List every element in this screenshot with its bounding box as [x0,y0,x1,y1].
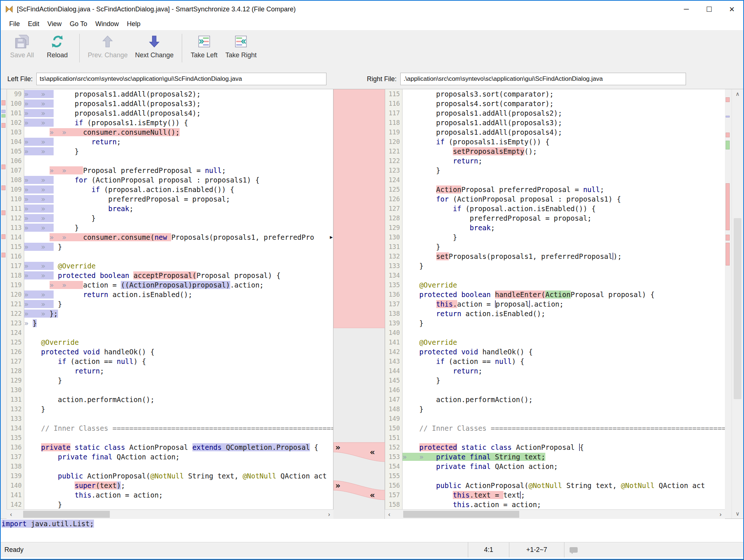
menu-item-window[interactable]: Window [91,19,123,29]
save-all-button[interactable]: Save All [4,33,40,59]
line-number: 121 [385,147,400,156]
take-right-to-left-arrow-icon[interactable]: « [370,447,375,457]
toolbar-separator [79,34,80,62]
code-line: @Override [402,337,725,347]
menu-item-file[interactable]: File [5,19,24,29]
left-horizontal-scrollbar[interactable]: ‹ › [7,509,333,519]
line-number: 155 [385,471,400,481]
line-number: 158 [385,500,400,509]
code-line: return; [402,156,725,166]
minimize-button[interactable]: ─ [675,1,698,18]
take-left-to-right-arrow-icon[interactable]: » [335,481,340,490]
line-number: 144 [385,366,400,376]
line-number: 124 [7,328,22,337]
code-line [402,385,725,395]
line-number: 123 [385,166,400,175]
code-line: protected void handleOk() { [24,347,333,357]
toolbar-button-label: Save All [10,51,34,59]
menu-item-help[interactable]: Help [123,19,144,29]
overview-change-mark [1,234,6,239]
menu-item-go-to[interactable]: Go To [66,19,91,29]
line-number: 101 [7,108,22,118]
scroll-up-icon[interactable]: ∧ [732,90,743,98]
toolbar: Save AllReloadPrev. ChangeNext ChangeTak… [1,30,743,71]
line-number: 151 [385,433,400,442]
code-line: proposals3.sort(comparator); [402,89,725,99]
right-file-path-input[interactable] [400,73,686,85]
take-left-to-right-arrow-icon[interactable]: » [335,442,340,452]
line-number: 118 [385,118,400,127]
comment-bubble-icon[interactable] [570,547,578,553]
code-line: » } [24,318,333,328]
take-right-button[interactable]: Take Right [222,33,260,59]
scroll-down-icon[interactable]: ∨ [732,510,743,518]
code-line: » » consumer.consume(new Proposals(propo… [24,232,333,242]
line-number: 109 [7,185,22,194]
code-line: if (proposals1.isEmpty()) { [402,137,725,147]
line-number: 111 [7,204,22,213]
line-number: 117 [7,261,22,271]
next-change-button[interactable]: Next Change [131,33,177,59]
menu-item-edit[interactable]: Edit [24,19,43,29]
code-line [24,385,333,395]
scroll-right-icon[interactable]: › [716,511,725,518]
caret-position: 4:1 [468,542,509,557]
overview-change-mark [1,123,6,128]
scrollbar-thumb[interactable] [403,511,519,518]
right-code-editor[interactable]: proposals3.sort(comparator); proposals4.… [402,89,725,509]
left-overview-ruler[interactable] [1,89,7,519]
code-line [402,433,725,442]
right-line-numbers: 1151161171181191201211221231241251261271… [385,89,402,509]
line-number: 157 [385,490,400,500]
close-button[interactable]: ✕ [720,1,743,18]
take-right-to-left-arrow-icon[interactable]: « [370,490,375,500]
code-line: protected boolean handleEnter(ActionProp… [402,290,725,299]
scrollbar-thumb[interactable] [734,218,741,400]
line-number: 137 [385,299,400,309]
code-line: » » @Override [24,261,333,271]
line-number: 107 [7,166,22,175]
scrollbar-thumb[interactable] [23,511,110,518]
right-overview-ruler[interactable] [725,89,732,519]
code-line: proposals1.addAll(proposals3); [402,118,725,127]
right-horizontal-scrollbar[interactable]: ‹ › [385,509,725,519]
maximize-button[interactable]: ☐ [698,1,720,18]
left-file-path-input[interactable] [36,73,326,85]
code-line: » » proposals1.addAll(proposals3); [24,99,333,108]
code-line: action.performAction(); [402,395,725,404]
scroll-left-icon[interactable]: ‹ [385,511,394,518]
line-number: 143 [385,357,400,366]
overview-change-mark [726,183,730,230]
menu-item-view[interactable]: View [43,19,66,29]
reload-button[interactable]: Reload [40,33,75,59]
code-line: private static class ActionProposal exte… [24,442,333,452]
code-line: setProposalsEmpty(); [402,147,725,156]
line-number: 105 [7,147,22,156]
line-number: 135 [385,280,400,290]
code-line: } [402,242,725,252]
line-number: 150 [385,423,400,433]
line-number: 141 [7,490,22,500]
scroll-right-icon[interactable]: › [325,511,333,518]
diff-connector-gutter: »«»« [333,89,385,519]
app-window: [ScFindActionDialog.java - ScFindActionD… [0,0,744,560]
code-line: preferredProposal = proposal; [402,213,725,223]
line-number: 123 [7,318,22,328]
prev-change-button[interactable]: Prev. Change [84,33,131,59]
text-clipped-marker-icon: ▶ [330,232,333,242]
file-path-bar: Left File: Right File: [1,71,743,89]
line-number: 131 [385,242,400,252]
line-number: 141 [385,337,400,347]
toolbar-button-label: Next Change [135,51,174,59]
line-number: 140 [7,481,22,490]
code-line: this.action = action; [402,500,725,509]
take-left-button[interactable]: Take Left [187,33,222,59]
scroll-left-icon[interactable]: ‹ [7,511,15,518]
line-number: 156 [385,481,400,490]
overview-change-mark [1,100,6,105]
left-code-editor[interactable]: » » proposals1.addAll(proposals2);» » pr… [24,89,333,509]
code-line [24,328,333,337]
line-number: 153 [385,452,400,462]
vertical-scrollbar[interactable]: ∧ ∨ [732,89,743,519]
code-line: } [402,261,725,271]
